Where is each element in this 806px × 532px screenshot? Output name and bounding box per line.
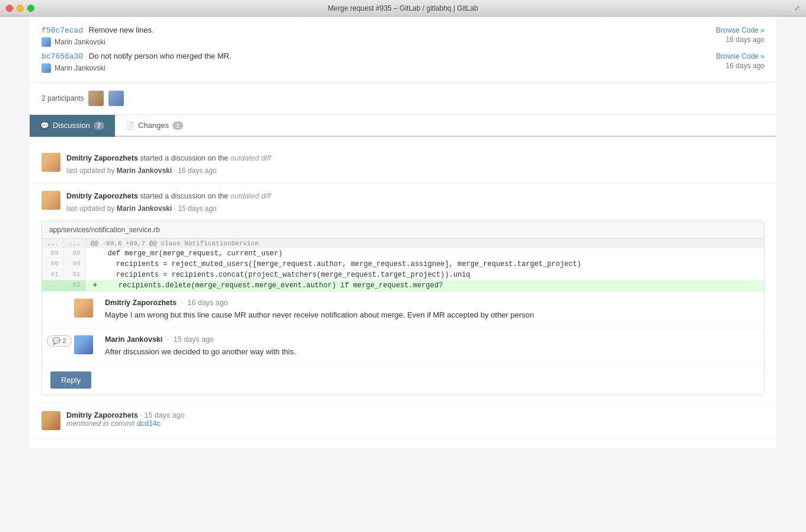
maximize-button[interactable] <box>27 5 34 12</box>
inline-comment-left-1 <box>50 299 68 321</box>
discussion-sub-meta-2: last updated by Marin Jankovski · 15 day… <box>66 203 271 214</box>
code-line-91: 91 91 recipients = recipients.concat(pro… <box>42 270 764 280</box>
code-92: + recipients.delete(merge_request.merge_… <box>85 280 764 291</box>
line-new-90: 90 <box>63 259 85 270</box>
diff-header-row: ... ... @@ -89,6 +89,7 @@ class Notifica… <box>42 239 764 248</box>
discussion-entry-2: Dmitriy Zaporozhets started a discussion… <box>30 184 776 403</box>
commit-right-1: Browse Code » 16 days ago <box>716 25 765 44</box>
window: Merge request #935 – GitLab / gitlabhq |… <box>0 0 806 532</box>
discussion-diff-label-1: outdated diff <box>231 154 271 162</box>
commit-row-2: bc7656a30 Do not notify person who merge… <box>41 52 765 73</box>
commit-row: f50c7ecad Remove new lines. Marin Jankov… <box>41 25 765 47</box>
comment-count-badge: 💬 2 <box>47 335 71 347</box>
line-old-91: 91 <box>42 270 63 280</box>
code-block: app/services/notification_service.rb ...… <box>41 221 765 395</box>
comment-body-1: Maybe I am wrong but this line cause MR … <box>105 309 756 321</box>
commit-hash-1[interactable]: f50c7ecad <box>41 26 83 35</box>
ellipsis-old: ... <box>42 239 63 248</box>
mention-time-val: 15 days ago <box>144 411 184 419</box>
mention-avatar <box>41 411 60 430</box>
tab-discussion[interactable]: 💬 Discussion 7 <box>30 115 115 137</box>
ellipsis-new: ... <box>63 239 85 248</box>
mention-meta: Dmitriy Zaporozhets · 15 days ago mentio… <box>66 411 184 428</box>
browse-code-link-1[interactable]: Browse Code » <box>716 26 765 34</box>
discussion-update-time-val-1: 16 days ago <box>178 166 216 175</box>
code-90: recipients = reject_muted_users([merge_r… <box>85 259 764 270</box>
code-filename: app/services/notification_service.rb <box>42 222 764 239</box>
discussion-updater-1: Marin Jankovski <box>117 166 172 175</box>
discussion-header-2: Dmitriy Zaporozhets started a discussion… <box>41 191 765 214</box>
commit-author-name-2: Marin Jankovski <box>55 64 105 72</box>
code-line-89: 89 89 def merge_mr(merge_request, curren… <box>42 248 764 259</box>
titlebar: Merge request #935 – GitLab / gitlabhq |… <box>0 0 806 17</box>
line-new-91: 91 <box>63 270 85 280</box>
comment-author-line-2: Marin Jankovski · 15 days ago <box>105 335 756 344</box>
commit-author-name-1: Marin Jankovski <box>55 38 105 46</box>
discussion-header-1: Dmitriy Zaporozhets started a discussion… <box>41 153 765 176</box>
commit-author-avatar-1 <box>41 37 51 47</box>
inline-comment-avatar-1 <box>74 299 93 318</box>
window-title: Merge request #935 – GitLab / gitlabhq |… <box>328 4 478 12</box>
code-table: ... ... @@ -89,6 +89,7 @@ class Notifica… <box>42 239 764 291</box>
discussion-sub-meta-1: last updated by Marin Jankovski · 16 day… <box>66 165 271 176</box>
comment-time-val-2: 15 days ago <box>174 335 214 344</box>
changes-tab-icon: 📄 <box>126 121 135 130</box>
mention-entry: Dmitriy Zaporozhets · 15 days ago mentio… <box>30 403 776 439</box>
commit-hash-2[interactable]: bc7656a30 <box>41 52 83 61</box>
commit-right-2: Browse Code » 16 days ago <box>716 52 765 70</box>
inline-comment-avatar-2 <box>74 335 93 354</box>
tab-changes[interactable]: 📄 Changes 1 <box>115 115 194 137</box>
code-91: recipients = recipients.concat(project_w… <box>85 270 764 280</box>
participants-section: 2 participants <box>30 82 776 115</box>
commit-author-row-2: Marin Jankovski <box>41 63 231 73</box>
tab-discussion-label: Discussion <box>53 121 90 130</box>
line-new-92: 92 <box>63 280 85 291</box>
line-old-90: 90 <box>42 259 63 270</box>
discussion-action-1: started a discussion on the <box>140 154 230 162</box>
changes-tab-badge: 1 <box>172 121 183 130</box>
participants-label: 2 participants <box>41 94 84 102</box>
reply-button[interactable]: Reply <box>50 371 91 389</box>
discussion-diff-label-2: outdated diff <box>231 192 271 200</box>
main-content: f50c7ecad Remove new lines. Marin Jankov… <box>30 17 776 448</box>
discussion-updater-2: Marin Jankovski <box>117 204 172 213</box>
discussion-meta-1: Dmitriy Zaporozhets started a discussion… <box>66 153 271 176</box>
reply-section: Reply <box>42 366 764 395</box>
inline-comments: Dmitriy Zaporozhets · 16 days ago Maybe … <box>42 291 764 395</box>
code-line-92: 92 + recipients.delete(merge_request.mer… <box>42 280 764 291</box>
code-89: def merge_mr(merge_request, current_user… <box>85 248 764 259</box>
inline-comment-content-1: Dmitriy Zaporozhets · 16 days ago Maybe … <box>105 299 756 321</box>
close-button[interactable] <box>6 5 13 12</box>
mention-user: Dmitriy Zaporozhets <box>66 411 138 419</box>
commit-message-1: Remove new lines. <box>89 25 154 34</box>
discussion-avatar-2 <box>41 191 60 210</box>
commit-second-line: bc7656a30 Do not notify person who merge… <box>41 52 231 61</box>
code-line-90: 90 90 recipients = reject_muted_users([m… <box>42 259 764 270</box>
comment-user-2: Marin Jankovski <box>105 335 162 344</box>
window-controls <box>6 5 34 12</box>
expand-icon: ⤢ <box>794 4 800 12</box>
commits-section: f50c7ecad Remove new lines. Marin Jankov… <box>30 17 776 82</box>
discussion-update-time-val-2: 15 days ago <box>178 204 216 213</box>
comment-user-1: Dmitriy Zaporozhets <box>105 299 177 307</box>
discussion-user-2: Dmitriy Zaporozhets <box>66 192 138 200</box>
commit-author-row-1: Marin Jankovski <box>41 37 154 47</box>
participant-avatar-2 <box>108 91 124 106</box>
browse-code-link-2[interactable]: Browse Code » <box>716 52 765 60</box>
inline-comment-left-2: 💬 2 <box>50 335 68 358</box>
discussion-entry-1: Dmitriy Zaporozhets started a discussion… <box>30 146 776 184</box>
line-new-89: 89 <box>63 248 85 259</box>
line-old-89: 89 <box>42 248 63 259</box>
diff-header-content: @@ -89,6 +89,7 @@ class NotificationServ… <box>85 239 764 248</box>
minimize-button[interactable] <box>17 5 24 12</box>
commit-first-line: f50c7ecad Remove new lines. <box>41 25 154 35</box>
commit-left-2: bc7656a30 Do not notify person who merge… <box>41 52 231 73</box>
commit-message-2: Do not notify person who merged the MR. <box>89 52 232 60</box>
discussion-tab-icon: 💬 <box>40 121 49 130</box>
discussion-user-1: Dmitriy Zaporozhets <box>66 154 138 162</box>
commit-author-avatar-2 <box>41 63 51 73</box>
mention-commit-link[interactable]: dcd14c <box>137 419 161 428</box>
discussion-action-2: started a discussion on the <box>140 192 230 200</box>
comment-body-2: After discussion we decided to go anothe… <box>105 346 756 358</box>
participant-avatar-1 <box>88 91 104 106</box>
